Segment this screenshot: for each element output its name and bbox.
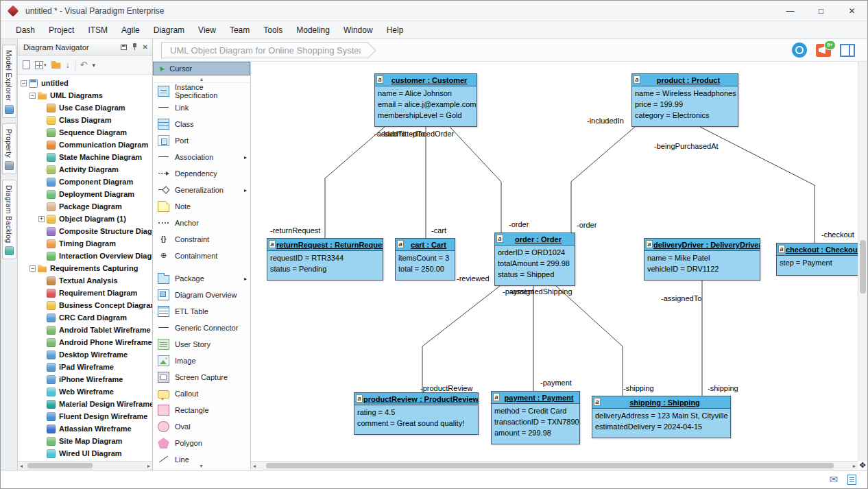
menu-agile[interactable]: Agile bbox=[114, 23, 147, 37]
tree-hscroll-thumb[interactable] bbox=[27, 463, 93, 468]
tree-item-fluent-design-wireframe[interactable]: Fluent Design Wireframe bbox=[18, 410, 152, 422]
tree-item-wired-ui-diagram[interactable]: Wired UI Diagram bbox=[18, 447, 152, 460]
tree-item-atlassian-wireframe[interactable]: Atlassian Wireframe bbox=[18, 422, 152, 435]
tree-item-web-wireframe[interactable]: Web Wireframe bbox=[18, 385, 152, 398]
uml-object-returnRequest[interactable]: areturnRequest : ReturnRequestrequestID … bbox=[267, 238, 383, 281]
tree-item-composite-structure-diagram[interactable]: Composite Structure Diagram bbox=[18, 225, 152, 237]
flyout-arrow-icon[interactable]: ▸ bbox=[244, 276, 247, 282]
tree-item-sequence-diagram[interactable]: Sequence Diagram bbox=[18, 126, 152, 139]
edge-label-shipping[interactable]: -shipping bbox=[623, 384, 654, 392]
scroll-right-icon[interactable]: ▸ bbox=[853, 463, 856, 469]
view-options-button[interactable]: ▾ bbox=[35, 61, 47, 69]
menu-dash[interactable]: Dash bbox=[9, 23, 42, 37]
uml-object-deliveryDriver[interactable]: adeliveryDriver : DeliveryDrivername = M… bbox=[644, 238, 760, 281]
palette-scroll-down[interactable]: ▼ bbox=[153, 462, 250, 470]
edge-label-productreview[interactable]: -productReview bbox=[420, 384, 472, 392]
tree-item-untitled[interactable]: −untitled bbox=[18, 77, 152, 89]
uml-object-payment[interactable]: apayment : Paymentmethod = Credit Cardtr… bbox=[491, 391, 580, 444]
palette-item-oval[interactable]: Oval bbox=[153, 418, 250, 435]
edge-label-beingpurchasedat[interactable]: -beingPurchasedAt bbox=[654, 142, 719, 150]
open-folder-button[interactable] bbox=[51, 61, 61, 69]
edge-label-assignedto[interactable]: -assignedTo bbox=[661, 294, 701, 302]
tree-hscrollbar[interactable]: ◂ ▸ bbox=[18, 461, 152, 470]
tree-item-iphone-wireframe[interactable]: iPhone Wireframe bbox=[18, 373, 152, 385]
palette-item-polygon[interactable]: Polygon bbox=[153, 435, 250, 451]
uml-object-customer[interactable]: acustomer : Customername = Alice Johnson… bbox=[374, 73, 477, 127]
edge-label-assignedshipping[interactable]: -assignedShipping bbox=[510, 287, 572, 296]
menu-window[interactable]: Window bbox=[337, 23, 380, 37]
tree-item-site-map-diagram[interactable]: Site Map Diagram bbox=[18, 435, 152, 447]
edge-label-placedorder[interactable]: -placedOrder bbox=[410, 130, 454, 138]
tab-property[interactable]: Property bbox=[2, 123, 16, 174]
palette-item-port[interactable]: Port bbox=[153, 132, 250, 149]
uml-object-product[interactable]: aproduct : Productname = Wireless Headph… bbox=[631, 73, 738, 127]
tree-item-textual-analysis[interactable]: Textual Analysis bbox=[18, 274, 152, 287]
vscroll-thumb[interactable] bbox=[860, 240, 866, 294]
sort-button[interactable]: ↓ bbox=[66, 60, 70, 70]
tree-item-use-case-diagram[interactable]: Use Case Diagram bbox=[18, 102, 152, 114]
palette-item-package[interactable]: Package▸ bbox=[153, 270, 250, 287]
palette-item-etl-table[interactable]: ETL Table bbox=[153, 303, 250, 320]
edge-label-reviewed[interactable]: -reviewed bbox=[457, 274, 490, 283]
tree-item-requirement-diagram[interactable]: Requirement Diagram bbox=[18, 287, 152, 299]
collapse-icon[interactable]: − bbox=[29, 93, 36, 99]
close-button[interactable]: ✕ bbox=[836, 1, 867, 21]
menu-view[interactable]: View bbox=[191, 23, 223, 37]
edge-label-cart[interactable]: -cart bbox=[431, 226, 446, 235]
tree-item-object-diagram-1[interactable]: +Object Diagram (1) bbox=[18, 213, 152, 225]
scroll-left-icon[interactable]: ◂ bbox=[20, 463, 23, 469]
layout-panes-icon[interactable] bbox=[840, 44, 855, 57]
tab-diagram-backlog[interactable]: Diagram Backlog bbox=[2, 180, 16, 259]
canvas-hscrollbar[interactable]: ◂ ▸ bbox=[251, 461, 858, 470]
palette-item-cursor[interactable]: ➤ Cursor bbox=[153, 62, 250, 75]
uml-object-order[interactable]: aorder : OrderorderID = ORD1024totalAmou… bbox=[494, 232, 575, 286]
palette-item-anchor[interactable]: Anchor bbox=[153, 215, 250, 231]
palette-item-instance-specification[interactable]: Instance Specification bbox=[153, 83, 250, 99]
message-icon[interactable]: ✉ bbox=[829, 473, 838, 486]
palette-item-user-story[interactable]: User Story bbox=[153, 336, 250, 353]
palette-item-note[interactable]: Note bbox=[153, 198, 250, 215]
maximize-button[interactable]: □ bbox=[806, 1, 836, 21]
tree-item-component-diagram[interactable]: Component Diagram bbox=[18, 176, 152, 188]
menu-itsm[interactable]: ITSM bbox=[81, 23, 114, 37]
canvas-vscrollbar[interactable] bbox=[858, 62, 867, 461]
edge-label-checkout[interactable]: -checkout bbox=[821, 230, 854, 239]
scroll-left-icon[interactable]: ◂ bbox=[253, 463, 256, 469]
menu-tools[interactable]: Tools bbox=[256, 23, 289, 37]
tree-item-deployment-diagram[interactable]: Deployment Diagram bbox=[18, 188, 152, 200]
uml-object-productReview[interactable]: aproductReview : ProductReviewrating = 4… bbox=[354, 392, 479, 435]
palette-scroll-up[interactable]: ▲ bbox=[153, 75, 250, 83]
palette-item-dependency[interactable]: Dependency bbox=[153, 165, 250, 182]
uml-object-cart[interactable]: acart : CartitemsCount = 3total = 250.00 bbox=[395, 238, 455, 281]
tree-item-package-diagram[interactable]: Package Diagram bbox=[18, 200, 152, 213]
more-button[interactable]: ▾ bbox=[92, 62, 95, 69]
menu-modeling[interactable]: Modeling bbox=[289, 23, 337, 37]
edge-label-order[interactable]: -order bbox=[577, 221, 596, 229]
uml-object-shipping[interactable]: ashipping : ShippingdeliveryAddress = 12… bbox=[592, 396, 731, 438]
pin-panel-icon[interactable] bbox=[132, 43, 137, 51]
menu-team[interactable]: Team bbox=[223, 23, 256, 37]
tree-item-ipad-wireframe[interactable]: iPad Wireframe bbox=[18, 361, 152, 373]
float-panel-icon[interactable] bbox=[121, 45, 127, 50]
breadcrumb[interactable]: UML Object Diagram for Online Shopping S… bbox=[161, 42, 374, 58]
palette-item-diagram-overview[interactable]: Diagram Overview bbox=[153, 287, 250, 303]
palette-item-callout[interactable]: Callout bbox=[153, 385, 250, 402]
edge-label-includedin[interactable]: -includedIn bbox=[587, 117, 624, 125]
menu-help[interactable]: Help bbox=[380, 23, 411, 37]
menu-project[interactable]: Project bbox=[42, 23, 81, 37]
palette-item-generic-connector[interactable]: Generic Connector bbox=[153, 320, 250, 336]
palette-item-rectangle[interactable]: Rectangle bbox=[153, 402, 250, 418]
uml-object-checkout[interactable]: acheckout : Checkoutstep = Payment bbox=[776, 243, 863, 276]
tree-item-business-concept-diagram[interactable]: Business Concept Diagram bbox=[18, 299, 152, 311]
tree-item-desktop-wireframe[interactable]: Desktop Wireframe bbox=[18, 348, 152, 361]
tree-item-requirements-capturing[interactable]: −Requirements Capturing bbox=[18, 262, 152, 274]
edge-label-payment[interactable]: -payment bbox=[540, 379, 572, 387]
tree-item-material-design-wireframe[interactable]: Material Design Wireframe bbox=[18, 398, 152, 410]
flyout-arrow-icon[interactable]: ▸ bbox=[244, 187, 247, 193]
tree-item-crc-card-diagram[interactable]: CRC Card Diagram bbox=[18, 311, 152, 324]
menu-diagram[interactable]: Diagram bbox=[147, 23, 191, 37]
news-icon[interactable] bbox=[847, 475, 856, 485]
hscroll-thumb[interactable] bbox=[266, 463, 834, 468]
expand-icon[interactable]: + bbox=[38, 216, 45, 222]
close-panel-icon[interactable]: ✕ bbox=[143, 44, 148, 51]
